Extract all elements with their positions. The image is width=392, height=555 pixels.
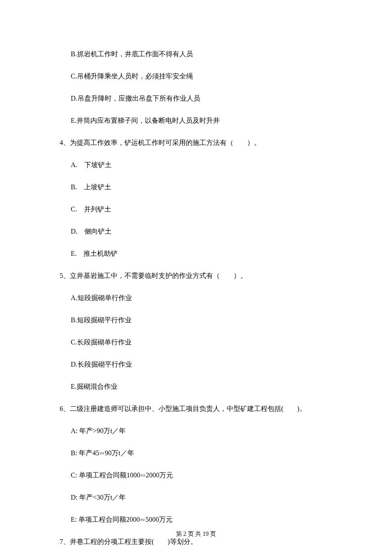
- q5-option-b: B.短段掘砌平行作业: [71, 315, 332, 325]
- q6-option-b: B: 年产45∽90万t／年: [71, 448, 332, 458]
- q6-option-e: E: 单项工程合同额2000∽5000万元: [71, 515, 332, 525]
- q6-option-c: C: 单项工程合同额1000∽2000万元: [71, 470, 332, 480]
- q4-option-d: D. 侧向铲土: [71, 226, 332, 237]
- q6-stem: 6、二级注册建造师可以承担中、小型施工项目负责人，中型矿建工程包括( )。: [60, 404, 332, 414]
- q4-option-a: A. 下坡铲土: [71, 160, 332, 170]
- q3-option-e: E.井筒内应布置梯子间，以备断电时人员及时升井: [71, 116, 332, 126]
- q5-stem: 5、立井基岩施工中，不需要临时支护的作业方式有（ ）。: [60, 271, 332, 281]
- q5-option-c: C.长段掘砌单行作业: [71, 337, 332, 347]
- page-content: B.抓岩机工作时，井底工作面不得有人员 C.吊桶升降乘坐人员时，必须挂牢安全绳 …: [0, 0, 392, 555]
- page-footer: 第 2 页 共 19 页: [0, 530, 392, 538]
- q3-option-b: B.抓岩机工作时，井底工作面不得有人员: [71, 49, 332, 59]
- q4-option-b: B. 上坡铲土: [71, 182, 332, 192]
- q3-option-c: C.吊桶升降乘坐人员时，必须挂牢安全绳: [71, 71, 332, 81]
- q6-option-a: A: 年产>90万t／年: [71, 426, 332, 436]
- q5-option-e: E.掘砌混合作业: [71, 382, 332, 392]
- q5-option-a: A.短段掘砌单行作业: [71, 293, 332, 303]
- q3-option-d: D.吊盘升降时，应撤出吊盘下所有作业人员: [71, 93, 332, 104]
- q4-stem: 4、为提高工作效率，铲运机工作时可采用的施工方法有（ ）。: [60, 138, 332, 148]
- q5-option-d: D.长段掘砌平行作业: [71, 359, 332, 370]
- q4-option-e: E. 推土机助铲: [71, 249, 332, 259]
- q4-option-c: C. 并列铲土: [71, 204, 332, 214]
- q7-stem: 7、井巷工程的分项工程主要按( )等划分。: [60, 537, 332, 547]
- q6-option-d: D: 年产<30万t／年: [71, 492, 332, 503]
